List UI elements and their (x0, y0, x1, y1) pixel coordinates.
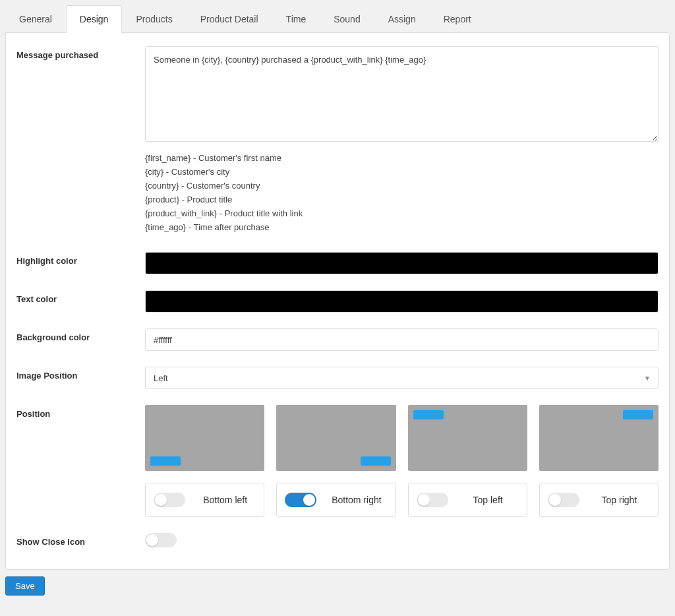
position-option-bottom-left: Bottom left (145, 405, 264, 517)
tab-design[interactable]: Design (66, 5, 123, 33)
background-color-label: Background color (16, 328, 145, 342)
highlight-color-input[interactable] (145, 252, 659, 274)
help-item: {product_with_link} - Product title with… (145, 208, 659, 218)
tab-time[interactable]: Time (272, 5, 320, 33)
show-close-icon-toggle[interactable] (145, 533, 177, 547)
tab-general[interactable]: General (5, 5, 66, 33)
position-preview (539, 405, 659, 471)
background-color-input[interactable] (145, 328, 659, 351)
position-option-label: Top left (457, 495, 519, 505)
position-marker (623, 410, 653, 419)
position-toggle-bottom-left[interactable]: Bottom left (145, 483, 264, 517)
message-purchased-input[interactable] (145, 46, 659, 142)
image-position-select[interactable]: Left (145, 367, 659, 389)
tab-assign[interactable]: Assign (374, 5, 430, 33)
position-option-bottom-right: Bottom right (276, 405, 396, 517)
text-color-input[interactable] (145, 290, 659, 313)
highlight-color-label: Highlight color (16, 252, 145, 266)
help-item: {city} - Customer's city (145, 167, 659, 177)
message-purchased-label: Message purchased (16, 46, 145, 60)
position-marker (413, 410, 444, 419)
position-option-label: Bottom left (194, 495, 256, 505)
tab-products[interactable]: Products (122, 5, 186, 33)
tab-report[interactable]: Report (430, 5, 485, 33)
position-label: Position (16, 405, 145, 419)
save-button[interactable]: Save (5, 576, 45, 596)
position-preview (145, 405, 264, 471)
position-option-label: Bottom right (326, 495, 387, 505)
text-color-label: Text color (16, 290, 145, 304)
toggle[interactable] (417, 493, 448, 507)
help-item: {time_ago} - Time after purchase (145, 222, 659, 232)
position-marker (150, 456, 181, 466)
help-item: {first_name} - Customer's first name (145, 153, 659, 163)
position-toggle-top-right[interactable]: Top right (539, 483, 659, 517)
toggle[interactable] (285, 493, 316, 507)
position-option-top-left: Top left (408, 405, 527, 517)
tab-product-detail[interactable]: Product Detail (187, 5, 272, 33)
design-panel: Message purchased {first_name} - Custome… (5, 32, 670, 570)
image-position-value: Left (154, 373, 168, 383)
position-preview (276, 405, 396, 471)
position-marker (361, 456, 391, 466)
image-position-label: Image Position (16, 367, 145, 381)
position-toggle-bottom-right[interactable]: Bottom right (276, 483, 396, 517)
position-option-label: Top right (589, 495, 650, 505)
tab-sound[interactable]: Sound (320, 5, 374, 33)
position-option-top-right: Top right (539, 405, 659, 517)
message-help: {first_name} - Customer's first name {ci… (145, 153, 659, 232)
help-item: {product} - Product title (145, 195, 659, 204)
toggle[interactable] (154, 493, 185, 507)
show-close-icon-label: Show Close Icon (16, 533, 145, 547)
toggle[interactable] (548, 493, 579, 507)
position-toggle-top-left[interactable]: Top left (408, 483, 527, 517)
help-item: {country} - Customer's country (145, 181, 659, 191)
tabs: General Design Products Product Detail T… (5, 5, 670, 33)
position-preview (408, 405, 527, 471)
